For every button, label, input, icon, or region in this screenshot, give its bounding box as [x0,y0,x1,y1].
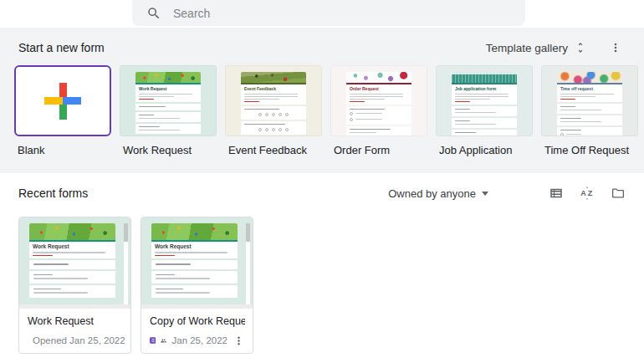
form-thumbnail: Work Request [19,217,130,304]
open-file-picker-button[interactable] [611,186,626,201]
template-label: Order Form [334,144,427,156]
recent-forms-section: Recent forms Owned by anyone A Z [0,184,644,354]
template-label: Time Off Request [544,144,638,156]
recent-form-date: Opened Jan 25, 2022 [33,335,125,345]
thumb-field [29,285,115,298]
thumb-field [151,285,238,298]
form-banner-image [135,72,201,83]
thumb-field [29,260,115,269]
form-thumbnail: Job application form [452,72,517,136]
recent-form-card[interactable]: Work Request Work Request Opened Jan 25,… [18,217,131,354]
thumb-field [151,260,238,269]
form-banner-image [346,72,411,83]
unfold-more-icon [574,41,587,54]
thumb-field [346,126,411,136]
thumb-field [151,271,238,284]
thumb-form-title: Time off request [560,86,619,92]
plus-icon [44,83,81,120]
thumb-field [135,112,201,122]
form-thumbnail: Work Request [141,217,253,304]
thumb-field [452,130,517,136]
thumb-field [241,121,306,135]
card-menu-button[interactable] [233,335,245,347]
thumb-field [452,106,517,116]
search-icon [146,6,161,21]
thumb-field [346,106,411,125]
template-card-order-form[interactable]: Order Request [330,65,427,136]
more-vert-icon [130,335,131,347]
top-bar: Search [0,0,644,28]
thumb-field [557,104,622,114]
recent-form-title: Work Request [28,315,123,327]
template-card-job-application[interactable]: Job application form [436,65,533,136]
template-label: Blank [18,144,111,156]
folder-icon [611,186,626,201]
thumb-field [135,104,201,110]
template-label: Job Application [439,144,533,156]
form-thumbnail: Time off request [557,72,622,136]
thumbnail-scrollbar-thumb [246,223,250,242]
sort-az-icon: A Z [580,186,595,201]
start-new-form-section: Start a new form Template gallery Blank [0,28,644,173]
shared-icon [161,335,166,347]
dropdown-arrow-icon [482,192,488,196]
recent-cards-row: Work Request Work Request Opened Jan 25,… [18,217,626,354]
recent-form-card[interactable]: Work Request Copy of Work Request [141,217,253,354]
search-placeholder: Search [173,7,210,20]
template-label: Work Request [123,144,217,156]
thumb-form-title: Order Request [350,86,408,92]
template-card-blank[interactable] [14,65,111,136]
form-thumbnail: Work Request [135,72,201,134]
template-row: Blank Work Request [0,65,644,156]
thumbnail-scrollbar-thumb [124,223,128,242]
form-thumbnail: Order Request [346,72,411,136]
search-input[interactable]: Search [132,0,525,26]
template-gallery-label: Template gallery [486,42,568,54]
thumb-form-title: Job application form [455,86,514,92]
section-menu-button[interactable] [609,41,622,54]
thumb-form-title: Work Request [139,86,197,92]
form-banner-image [29,223,115,240]
card-menu-button[interactable] [130,335,131,347]
template-label: Event Feedback [228,144,322,156]
template-card-event-feedback[interactable]: Event Feedback [225,65,322,136]
form-banner-image [241,72,306,83]
form-banner-image [452,72,517,83]
template-gallery-button[interactable]: Template gallery [486,41,587,54]
form-thumbnail: Event Feedback [241,72,306,135]
recent-forms-title: Recent forms [18,187,88,200]
svg-text:A: A [580,189,586,197]
thumb-form-title: Work Request [155,243,234,250]
svg-text:Z: Z [588,189,593,197]
recent-form-title: Copy of Work Request [150,315,245,327]
more-vert-icon [609,41,622,54]
template-card-time-off-request[interactable]: Time off request [541,65,638,136]
form-banner-image [151,223,238,240]
thumb-field [452,118,517,128]
section-title: Start a new form [18,41,105,54]
more-vert-icon [233,335,245,347]
list-view-button[interactable] [549,186,564,201]
thumb-form-title: Event Feedback [244,86,303,92]
thumb-field [557,127,622,137]
template-card-work-request[interactable]: Work Request [120,65,217,136]
thumb-field [135,124,201,134]
thumb-field [241,106,306,120]
thumb-field [557,115,622,125]
owner-filter-label: Owned by anyone [388,187,476,200]
thumb-form-title: Work Request [33,243,112,250]
recent-form-date: Jan 25, 2022 [171,335,227,345]
forms-app-icon [150,334,156,347]
sort-az-button[interactable]: A Z [580,186,595,201]
form-banner-image [557,72,622,83]
owner-filter-dropdown[interactable]: Owned by anyone [388,187,488,200]
thumb-field [29,271,115,284]
list-view-icon [549,186,564,201]
